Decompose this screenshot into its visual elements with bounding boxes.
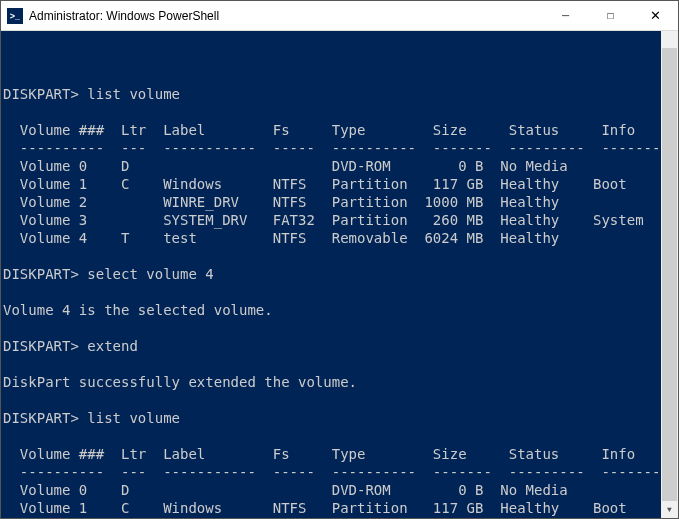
- scroll-track[interactable]: [661, 48, 678, 501]
- minimize-button[interactable]: ─: [543, 1, 588, 30]
- scroll-down-arrow-icon[interactable]: ▼: [661, 501, 678, 518]
- close-button[interactable]: ✕: [633, 1, 678, 30]
- powershell-icon: >_: [7, 8, 23, 24]
- window-title: Administrator: Windows PowerShell: [29, 9, 543, 23]
- terminal[interactable]: DISKPART> list volume Volume ### Ltr Lab…: [1, 31, 678, 518]
- scrollbar[interactable]: ▲ ▼: [661, 31, 678, 518]
- maximize-button[interactable]: □: [588, 1, 633, 30]
- terminal-output: DISKPART> list volume Volume ### Ltr Lab…: [1, 67, 678, 518]
- titlebar[interactable]: >_ Administrator: Windows PowerShell ─ □…: [1, 1, 678, 31]
- scroll-thumb[interactable]: [662, 48, 677, 501]
